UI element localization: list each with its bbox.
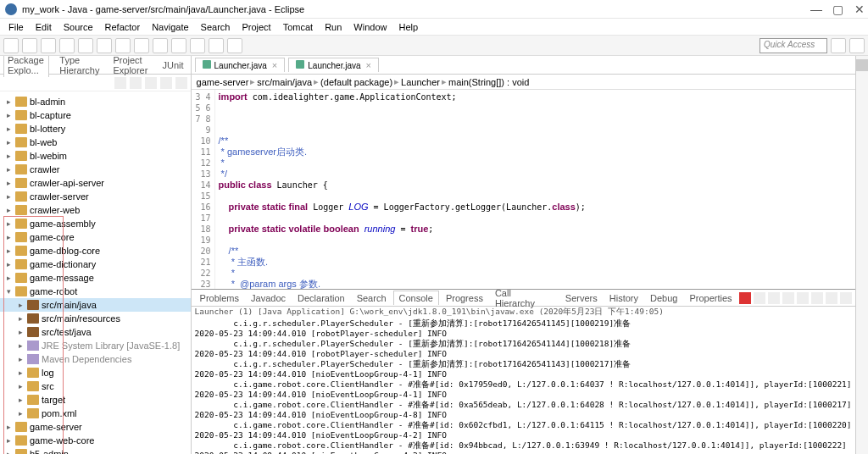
- close-button[interactable]: ✕: [854, 5, 863, 14]
- scroll-lock-button[interactable]: [797, 292, 809, 304]
- editor-tab-1[interactable]: Launcher.java×: [288, 58, 379, 72]
- tree-item[interactable]: ▸crawler-server: [0, 190, 191, 203]
- tree-item[interactable]: ▸game-server: [0, 420, 191, 434]
- editor-tab-0[interactable]: Launcher.java×: [195, 58, 286, 72]
- run-button[interactable]: [78, 38, 93, 53]
- tree-item[interactable]: ▸crawler-api-server: [0, 176, 191, 190]
- terminate-button[interactable]: [739, 292, 751, 304]
- display-button[interactable]: [826, 292, 837, 304]
- tree-item[interactable]: ▸bl-admin: [0, 95, 191, 108]
- tree-item[interactable]: ▸bl-capture: [0, 108, 191, 122]
- twisty-icon[interactable]: ▸: [7, 192, 15, 201]
- twisty-icon[interactable]: ▸: [19, 368, 27, 377]
- side-tab-2[interactable]: Project Explorer: [109, 56, 152, 77]
- twisty-icon[interactable]: ▸: [7, 219, 15, 228]
- maximize-view-button[interactable]: [175, 77, 187, 89]
- view-menu-button[interactable]: [145, 77, 157, 89]
- minimize-button[interactable]: —: [810, 5, 819, 14]
- menu-project[interactable]: Project: [236, 20, 275, 34]
- twisty-icon[interactable]: ▸: [7, 450, 15, 454]
- coverage-button[interactable]: [97, 38, 112, 53]
- console-output[interactable]: c.i.g.r.scheduler.PlayerScheduler - [重新参…: [192, 318, 855, 454]
- menu-refactor[interactable]: Refactor: [100, 20, 146, 34]
- tree-item[interactable]: ▸bl-webim: [0, 149, 191, 163]
- side-tab-1[interactable]: Type Hierarchy: [56, 56, 103, 77]
- menu-source[interactable]: Source: [58, 20, 98, 34]
- breadcrumb-item[interactable]: src/main/java: [257, 77, 312, 87]
- debug-perspective-button[interactable]: [849, 38, 865, 53]
- twisty-icon[interactable]: ▸: [7, 246, 15, 255]
- open-type-button[interactable]: [153, 38, 168, 53]
- tree-item[interactable]: ▸JRE System Library [JavaSE-1.8]: [0, 339, 191, 352]
- menu-edit[interactable]: Edit: [31, 20, 57, 34]
- tree-item[interactable]: ▸h5-admin: [0, 447, 191, 454]
- tree-item[interactable]: ▸src: [0, 379, 191, 393]
- tree-item[interactable]: ▸target: [0, 393, 191, 407]
- twisty-icon[interactable]: ▸: [19, 328, 27, 336]
- project-tree[interactable]: ▸bl-admin▸bl-capture▸bl-lottery▸bl-web▸b…: [0, 91, 191, 454]
- menu-run[interactable]: Run: [320, 20, 347, 34]
- menu-search[interactable]: Search: [196, 20, 236, 34]
- pin-button[interactable]: [811, 292, 823, 304]
- new-class-button[interactable]: [134, 38, 149, 53]
- menu-tomcat[interactable]: Tomcat: [278, 20, 318, 34]
- twisty-icon[interactable]: ▸: [19, 409, 27, 418]
- breadcrumb-item[interactable]: Launcher: [401, 77, 440, 87]
- new-button[interactable]: [3, 38, 19, 53]
- twisty-icon[interactable]: ▸: [7, 152, 15, 160]
- breadcrumb[interactable]: game-server ▸ src/main/java ▸ (default p…: [192, 75, 855, 90]
- search-button[interactable]: [171, 38, 186, 53]
- twisty-icon[interactable]: ▸: [19, 341, 27, 350]
- tree-item[interactable]: ▸pom.xml: [0, 407, 191, 420]
- console-tab-debug[interactable]: Debug: [645, 291, 682, 305]
- collapse-all-button[interactable]: [114, 77, 126, 89]
- menu-window[interactable]: Window: [348, 20, 392, 34]
- tree-item[interactable]: ▸game-message: [0, 271, 191, 285]
- clear-button[interactable]: [782, 292, 794, 304]
- console-tab-declaration[interactable]: Declaration: [292, 291, 350, 305]
- outline-view-icon[interactable]: [856, 59, 868, 71]
- console-tab-javadoc[interactable]: Javadoc: [246, 291, 291, 305]
- twisty-icon[interactable]: ▸: [7, 260, 15, 269]
- menu-help[interactable]: Help: [393, 20, 423, 34]
- tree-item[interactable]: ▸src/test/java: [0, 325, 191, 339]
- tree-item[interactable]: ▸crawler: [0, 163, 191, 176]
- breadcrumb-item[interactable]: (default package): [320, 77, 392, 87]
- menu-file[interactable]: File: [3, 20, 29, 34]
- new-package-button[interactable]: [115, 38, 131, 53]
- close-tab-icon[interactable]: ×: [272, 60, 277, 70]
- breadcrumb-item[interactable]: main(String[]) : void: [448, 77, 529, 87]
- tree-item[interactable]: ▸bl-web: [0, 136, 191, 149]
- twisty-icon[interactable]: ▸: [19, 382, 27, 390]
- remove-all-button[interactable]: [768, 292, 780, 304]
- debug-button[interactable]: [59, 38, 75, 53]
- twisty-icon[interactable]: ▸: [7, 165, 15, 174]
- minimize-view-button[interactable]: [160, 77, 172, 89]
- menu-navigate[interactable]: Navigate: [147, 20, 193, 34]
- console-tab-problems[interactable]: Problems: [195, 291, 244, 305]
- twisty-icon[interactable]: ▸: [7, 206, 15, 214]
- console-tab-search[interactable]: Search: [352, 291, 392, 305]
- quick-access-input[interactable]: Quick Access: [760, 38, 827, 53]
- twisty-icon[interactable]: ▸: [19, 355, 27, 363]
- tree-item[interactable]: ▸game-dblog-core: [0, 244, 191, 257]
- tree-item[interactable]: ▸game-core: [0, 230, 191, 244]
- twisty-icon[interactable]: ▸: [7, 97, 15, 106]
- forward-button[interactable]: [227, 38, 242, 53]
- back-button[interactable]: [209, 38, 224, 53]
- tree-item[interactable]: ▸src/main/java: [0, 298, 191, 312]
- maximize-button[interactable]: ▢: [832, 5, 841, 14]
- tree-item[interactable]: ▸src/main/resources: [0, 312, 191, 325]
- tree-item[interactable]: ▸crawler-web: [0, 203, 191, 217]
- twisty-icon[interactable]: ▾: [7, 287, 15, 296]
- twisty-icon[interactable]: ▸: [7, 125, 15, 133]
- tree-item[interactable]: ▸game-web-core: [0, 434, 191, 447]
- twisty-icon[interactable]: ▸: [19, 396, 27, 404]
- twisty-icon[interactable]: ▸: [7, 274, 15, 282]
- source-editor[interactable]: import com.idealighter.game.ApplicationC…: [215, 90, 855, 289]
- console-tab-progress[interactable]: Progress: [441, 291, 488, 305]
- open-console-button[interactable]: [840, 292, 852, 304]
- tree-item[interactable]: ▾game-robot: [0, 285, 191, 298]
- toggle-mark-button[interactable]: [190, 38, 205, 53]
- twisty-icon[interactable]: ▸: [7, 423, 15, 431]
